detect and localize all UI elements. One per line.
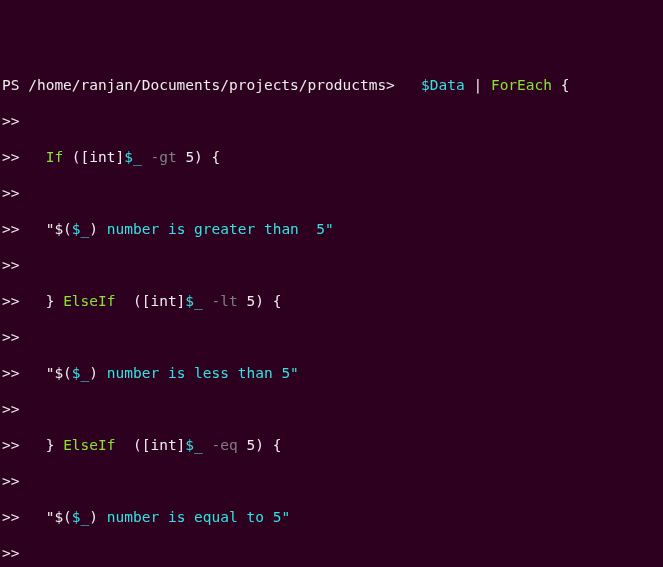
elseif-lt-line: >> } ElseIf ([int]$_ -lt 5) { [2, 292, 661, 310]
quote-open: " [19, 221, 54, 237]
continuation-line: >> [2, 256, 661, 274]
quote-open: " [19, 365, 54, 381]
cont-prompt: >> [2, 113, 19, 129]
eq-flag: -eq [212, 437, 238, 453]
rest-text: 5) { [238, 293, 282, 309]
cont-prompt: >> [2, 365, 19, 381]
subexpr-open: $( [54, 221, 71, 237]
cont-prompt: >> [2, 149, 19, 165]
continuation-line: >> [2, 472, 661, 490]
string-rest: number is less than 5" [98, 365, 299, 381]
terminal-panel[interactable]: { "prompt1": { "ps": "PS ", "path": "/ho… [0, 0, 663, 567]
spacer [203, 437, 212, 453]
prompt-line: PS /home/ranjan/Documents/projects/produ… [2, 76, 661, 94]
spacer: } [19, 437, 63, 453]
subexpr-close: ) [89, 221, 98, 237]
rest-text: 5) { [177, 149, 221, 165]
cont-prompt: >> [2, 257, 19, 273]
cont-prompt: >> [2, 221, 19, 237]
subexpr-close: ) [89, 365, 98, 381]
pipe-op: | [465, 77, 491, 93]
spacer [19, 149, 45, 165]
quote-open: " [19, 509, 54, 525]
cont-prompt: >> [2, 401, 19, 417]
paren-text: ([int] [116, 293, 186, 309]
continuation-line: >> [2, 544, 661, 562]
loop-var: $_ [72, 365, 89, 381]
loop-var: $_ [72, 509, 89, 525]
rest-text: 5) { [238, 437, 282, 453]
var-data: $Data [421, 77, 465, 93]
if-line: >> If ([int]$_ -gt 5) { [2, 148, 661, 166]
loop-var: $_ [124, 149, 141, 165]
cont-prompt: >> [2, 473, 19, 489]
if-keyword: If [46, 149, 63, 165]
elseif-keyword: ElseIf [63, 293, 115, 309]
gt-flag: -gt [150, 149, 176, 165]
lt-flag: -lt [212, 293, 238, 309]
string-less-line: >> "$($_) number is less than 5" [2, 364, 661, 382]
string-greater-line: >> "$($_) number is greater than 5" [2, 220, 661, 238]
string-rest: number is greater than 5" [98, 221, 334, 237]
paren-text: ([int] [63, 149, 124, 165]
continuation-line: >> [2, 184, 661, 202]
loop-var: $_ [185, 293, 202, 309]
ps-label: PS [2, 77, 28, 93]
string-equal-line: >> "$($_) number is equal to 5" [2, 508, 661, 526]
cont-prompt: >> [2, 509, 19, 525]
subexpr-open: $( [54, 509, 71, 525]
continuation-line: >> [2, 400, 661, 418]
cont-prompt: >> [2, 293, 19, 309]
elseif-eq-line: >> } ElseIf ([int]$_ -eq 5) { [2, 436, 661, 454]
continuation-line: >> [2, 328, 661, 346]
paren-text: ([int] [116, 437, 186, 453]
prompt-path: /home/ranjan/Documents/projects/productm… [28, 77, 421, 93]
loop-var: $_ [185, 437, 202, 453]
loop-var: $_ [72, 221, 89, 237]
continuation-line: >> [2, 112, 661, 130]
brace-open: { [552, 77, 569, 93]
subexpr-close: ) [89, 509, 98, 525]
cont-prompt: >> [2, 545, 19, 561]
subexpr-open: $( [54, 365, 71, 381]
elseif-keyword: ElseIf [63, 437, 115, 453]
cont-prompt: >> [2, 437, 19, 453]
foreach-keyword: ForEach [491, 77, 552, 93]
cont-prompt: >> [2, 185, 19, 201]
cont-prompt: >> [2, 329, 19, 345]
spacer: } [19, 293, 63, 309]
string-rest: number is equal to 5" [98, 509, 290, 525]
spacer [203, 293, 212, 309]
